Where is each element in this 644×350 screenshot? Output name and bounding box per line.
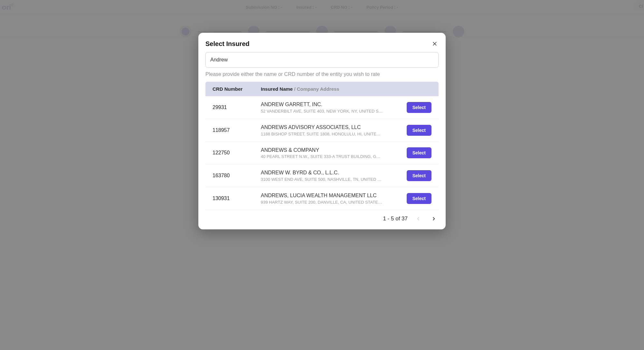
insured-name: ANDREWS, LUCIA WEALTH MANAGEMENT LLC <box>261 192 402 199</box>
select-button[interactable]: Select <box>407 125 431 136</box>
insured-name: ANDREWS ADVISORY ASSOCIATES, LLC <box>261 124 402 131</box>
crd-number: 163780 <box>213 173 261 179</box>
pagination-prev-button[interactable] <box>413 214 423 224</box>
insured-name: ANDREW GARRETT, INC. <box>261 101 402 108</box>
modal-header: Select Insured <box>198 39 446 52</box>
insured-name: ANDREW W. BYRD & CO., L.L.C. <box>261 170 402 176</box>
company-address: 3100 WEST END AVE, SUITE 500, NASHVILLE,… <box>261 177 383 182</box>
pagination: 1 - 5 of 37 <box>198 210 446 229</box>
pagination-label: 1 - 5 of 37 <box>383 216 408 222</box>
close-icon <box>432 41 438 47</box>
table-header: CRD Number Insured Name / Company Addres… <box>205 82 439 96</box>
crd-number: 29931 <box>213 105 261 110</box>
insured-info: ANDREWS & COMPANY40 PEARL STREET N.W., S… <box>261 147 407 159</box>
search-wrap <box>198 52 446 68</box>
table-row: 163780ANDREW W. BYRD & CO., L.L.C.3100 W… <box>205 164 439 187</box>
results-table: CRD Number Insured Name / Company Addres… <box>205 82 439 210</box>
insured-info: ANDREWS ADVISORY ASSOCIATES, LLC1188 BIS… <box>261 124 407 136</box>
col-company-address: Company Address <box>297 86 339 92</box>
select-insured-modal: Select Insured Please provide either the… <box>198 33 446 229</box>
insured-info: ANDREW GARRETT, INC.52 VANDERBILT AVE, S… <box>261 101 407 114</box>
insured-name: ANDREWS & COMPANY <box>261 147 402 154</box>
select-button[interactable]: Select <box>407 102 431 113</box>
crd-number: 130931 <box>213 196 261 201</box>
table-row: 122750ANDREWS & COMPANY40 PEARL STREET N… <box>205 142 439 165</box>
insured-info: ANDREW W. BYRD & CO., L.L.C.3100 WEST EN… <box>261 170 407 182</box>
company-address: 40 PEARL STREET N.W., SUITE 333-A TRUST … <box>261 154 383 159</box>
modal-overlay-container[interactable]: Select Insured Please provide either the… <box>0 0 644 350</box>
crd-number: 122750 <box>213 150 261 156</box>
table-row: 118957ANDREWS ADVISORY ASSOCIATES, LLC11… <box>205 119 439 142</box>
chevron-right-icon <box>431 215 436 222</box>
modal-title: Select Insured <box>205 40 250 48</box>
close-button[interactable] <box>431 40 439 48</box>
table-row: 130931ANDREWS, LUCIA WEALTH MANAGEMENT L… <box>205 187 439 210</box>
search-helper-text: Please provide either the name or CRD nu… <box>198 68 446 82</box>
select-button[interactable]: Select <box>407 193 431 204</box>
pagination-next-button[interactable] <box>429 214 439 224</box>
company-address: 939 HARTZ WAY, SUITE 200, DANVILLE, CA, … <box>261 200 383 205</box>
company-address: 52 VANDERBILT AVE, SUITE 403, NEW YORK, … <box>261 109 383 114</box>
table-row: 29931ANDREW GARRETT, INC.52 VANDERBILT A… <box>205 96 439 119</box>
col-insured-name-strong: Insured Name <box>261 86 294 92</box>
insured-info: ANDREWS, LUCIA WEALTH MANAGEMENT LLC939 … <box>261 192 407 205</box>
select-button[interactable]: Select <box>407 170 431 181</box>
crd-number: 118957 <box>213 127 261 133</box>
col-crd-number: CRD Number <box>213 86 261 92</box>
search-input[interactable] <box>205 52 439 68</box>
col-insured-sep: / <box>294 86 297 92</box>
company-address: 1188 BISHOP STREET, SUITE 1808, HONOLULU… <box>261 132 383 136</box>
select-button[interactable]: Select <box>407 147 431 158</box>
chevron-left-icon <box>416 215 421 222</box>
col-insured-name: Insured Name / Company Address <box>261 86 339 92</box>
